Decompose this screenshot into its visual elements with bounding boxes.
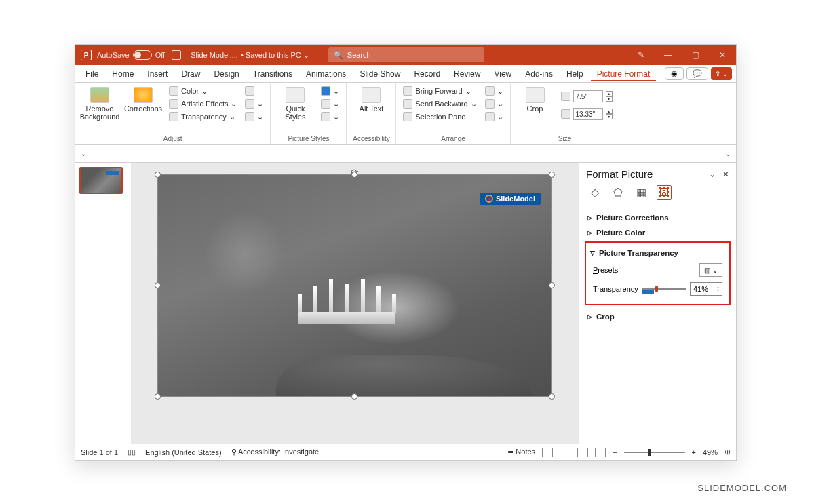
camera-button[interactable]: ◉	[665, 67, 684, 80]
powerpoint-icon: P	[81, 50, 92, 60]
tab-record[interactable]: Record	[408, 66, 446, 81]
color-button[interactable]: Color ⌄	[168, 85, 238, 96]
resize-handle-bl[interactable]	[155, 393, 161, 400]
resize-handle-br[interactable]	[549, 393, 555, 400]
tab-review[interactable]: Review	[448, 66, 486, 81]
tab-file[interactable]: File	[79, 66, 104, 81]
sorter-view-button[interactable]	[560, 448, 570, 457]
tab-help[interactable]: Help	[560, 66, 589, 81]
height-input[interactable]: 7.5"▴▾	[560, 90, 614, 103]
slide-counter[interactable]: Slide 1 of 1	[81, 448, 118, 457]
transparency-slider[interactable]	[642, 284, 686, 294]
slideshow-view-button[interactable]	[595, 448, 606, 457]
page-branding: SLIDEMODEL.COM	[697, 483, 787, 493]
send-backward-button[interactable]: Send Backward ⌄	[402, 98, 478, 109]
width-spinner[interactable]: ▴▾	[606, 109, 613, 119]
zoom-out-button[interactable]: −	[613, 448, 617, 457]
alt-text-button[interactable]: Alt Text	[352, 85, 390, 113]
language-status[interactable]: English (United States)	[145, 448, 222, 457]
document-title-area[interactable]: Slide Model.... • Saved to this PC ⌄	[191, 51, 309, 60]
zoom-slider[interactable]	[624, 452, 685, 453]
artistic-effects-button[interactable]: Artistic Effects ⌄	[168, 98, 238, 109]
notes-button[interactable]: ≐ Notes	[507, 448, 535, 457]
normal-view-button[interactable]	[542, 448, 553, 457]
align-button[interactable]: ⌄	[484, 85, 505, 96]
rotate-button[interactable]: ⌄	[484, 111, 505, 122]
reading-view-button[interactable]	[577, 448, 588, 457]
picture-border-button[interactable]: ⌄	[319, 85, 341, 96]
maximize-button[interactable]: ▢	[682, 45, 709, 65]
fp-tab-effects[interactable]: ⬠	[610, 185, 625, 200]
group-button[interactable]: ⌄	[484, 98, 505, 109]
minimize-button[interactable]: —	[655, 45, 682, 65]
slide-content[interactable]: SlideModel	[158, 175, 551, 396]
selection-pane-button[interactable]: Selection Pane	[402, 111, 478, 122]
change-pic-icon	[245, 99, 254, 109]
tab-slideshow[interactable]: Slide Show	[353, 66, 406, 81]
tab-animations[interactable]: Animations	[300, 66, 352, 81]
format-pane-title: Format Picture	[586, 168, 653, 180]
reset-picture-button[interactable]: ⌄	[244, 111, 265, 122]
tab-addins[interactable]: Add-ins	[519, 66, 559, 81]
tab-transitions[interactable]: Transitions	[247, 66, 298, 81]
autosave-state: Off	[155, 51, 165, 59]
workspace: 1 ⟳ SlideModel	[75, 163, 736, 444]
section-picture-corrections[interactable]: ▷Picture Corrections	[582, 210, 733, 225]
picture-layout-button[interactable]: ⌄	[319, 111, 341, 122]
book-icon[interactable]: ▯▯	[128, 448, 136, 457]
share-button[interactable]: ⇧ ⌄	[711, 67, 732, 80]
tab-insert[interactable]: Insert	[141, 66, 174, 81]
transparency-value-input[interactable]: 41% ▴▾	[690, 282, 722, 296]
ribbon-options-chevron[interactable]: ⌄	[725, 150, 736, 157]
close-button[interactable]: ✕	[709, 45, 736, 65]
resize-handle-r[interactable]	[549, 282, 555, 288]
save-icon[interactable]	[172, 50, 181, 60]
transparency-button[interactable]: Transparency ⌄	[168, 111, 238, 122]
crop-button[interactable]: Crop	[516, 85, 554, 113]
comments-button[interactable]: 💬	[686, 67, 708, 80]
title-bar: P AutoSave Off Slide Model.... • Saved t…	[75, 45, 736, 65]
fit-to-window-button[interactable]: ⊕	[724, 448, 731, 457]
pane-options-chevron[interactable]: ⌄	[709, 170, 716, 179]
width-input[interactable]: 13.33"▴▾	[560, 107, 614, 121]
resize-handle-b[interactable]	[351, 393, 357, 400]
resize-handle-t[interactable]	[351, 172, 357, 178]
section-crop[interactable]: ▷Crop	[582, 309, 733, 324]
section-picture-color[interactable]: ▷Picture Color	[582, 225, 733, 240]
resize-handle-tl[interactable]	[155, 172, 161, 178]
bring-forward-button[interactable]: Bring Forward ⌄	[402, 85, 478, 96]
height-spinner[interactable]: ▴▾	[606, 91, 613, 102]
accessibility-status[interactable]: ⚲ Accessibility: Investigate	[231, 448, 319, 457]
change-picture-button[interactable]: ⌄	[244, 98, 265, 109]
fp-tab-size[interactable]: ▦	[634, 185, 648, 200]
tab-design[interactable]: Design	[208, 66, 245, 81]
autosave-toggle[interactable]: AutoSave Off	[97, 50, 165, 60]
collapse-chevron-icon[interactable]: ⌄	[81, 150, 86, 157]
quick-styles-button[interactable]: Quick Styles	[276, 85, 314, 121]
fp-tab-fill[interactable]: ◇	[587, 185, 602, 200]
remove-background-button[interactable]: Remove Background	[81, 85, 119, 121]
ink-icon[interactable]: ✎	[627, 45, 655, 65]
zoom-in-button[interactable]: +	[692, 448, 696, 457]
slide-thumbnail-1[interactable]	[79, 167, 123, 194]
tab-picture-format[interactable]: Picture Format	[591, 66, 657, 81]
presets-dropdown[interactable]: ▥ ⌄	[699, 263, 722, 277]
search-input[interactable]: 🔍 Search	[328, 47, 484, 62]
zoom-level[interactable]: 49%	[703, 448, 718, 457]
styles-icon	[286, 87, 305, 103]
section-picture-transparency[interactable]: ▽Picture Transparency	[589, 246, 726, 260]
compress-button[interactable]	[244, 85, 265, 96]
corrections-button[interactable]: Corrections	[124, 85, 162, 113]
picture-effects-button[interactable]: ⌄	[319, 98, 341, 109]
resize-handle-tr[interactable]	[549, 172, 555, 178]
tab-home[interactable]: Home	[106, 66, 140, 81]
fp-tab-picture[interactable]: 🖼	[657, 185, 672, 200]
tab-draw[interactable]: Draw	[175, 66, 206, 81]
resize-handle-l[interactable]	[155, 282, 161, 288]
transparency-icon	[169, 112, 178, 121]
document-name: Slide Model....	[191, 51, 238, 59]
transparency-spinner[interactable]: ▴▾	[717, 286, 719, 292]
tab-view[interactable]: View	[488, 66, 518, 81]
pane-close-button[interactable]: ✕	[722, 170, 729, 179]
slide-canvas[interactable]: ⟳ SlideModel	[131, 163, 579, 444]
